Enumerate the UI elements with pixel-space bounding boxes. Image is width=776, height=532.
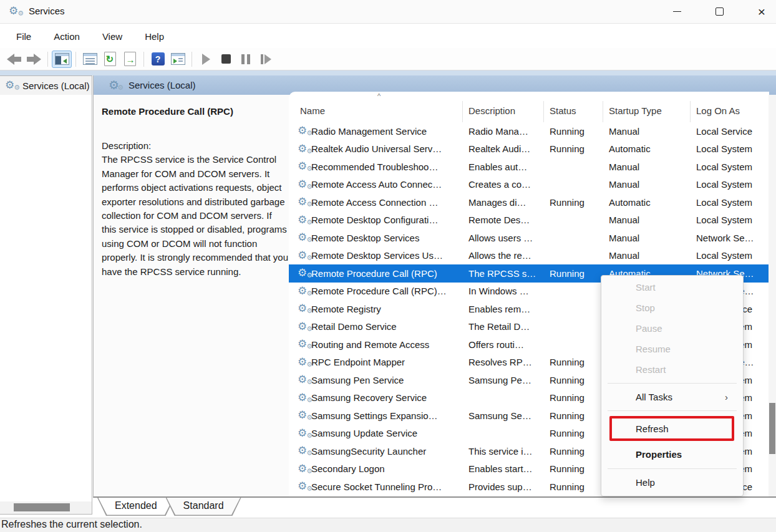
show-console-tree-button[interactable] [52,51,72,68]
extended-view-icon [171,53,185,65]
menu-help[interactable]: Help [136,28,173,45]
service-name: Secondary Logon [311,463,463,474]
service-name: Remote Access Connection … [311,197,463,208]
pause-icon [241,54,250,64]
service-status: Running [544,446,603,457]
column-header-description[interactable]: Description [463,101,544,122]
column-header-log-on-as[interactable]: Log On As [691,101,769,122]
back-button[interactable] [4,51,24,68]
context-menu-item-refresh[interactable]: Refresh [601,418,743,439]
vscroll-thumb[interactable] [769,403,775,454]
service-name: Remote Registry [311,304,463,314]
service-status: Running [544,375,603,385]
service-status: Running [544,428,603,438]
service-detail-pane: Remote Procedure Call (RPC) Description:… [94,95,289,496]
restart-icon [261,54,271,64]
service-gear-icon: ⚙⚙ [298,391,311,405]
table-row[interactable]: ⚙⚙Remote Desktop Services Us…Allows the … [289,247,769,265]
service-description: Manages di… [463,197,544,208]
service-status: Running [544,392,603,403]
table-row[interactable]: ⚙⚙Realtek Audio Universal Serv…Realtek A… [289,140,769,158]
maximize-button[interactable] [705,0,734,23]
console-tree-icon [55,53,69,65]
column-header-status[interactable]: Status [544,101,603,122]
toolbar-separator [143,52,144,67]
service-startup-type: Manual [603,215,691,225]
minimize-button[interactable] [662,0,691,23]
stop-service-button[interactable] [216,51,236,68]
service-name: Remote Desktop Services Us… [311,250,463,261]
service-startup-type: Automatic [603,143,691,154]
extended-view-button[interactable] [168,51,188,68]
service-log-on-as: Local System [691,143,769,154]
toolbar: ↻ → ? [0,48,776,70]
service-name: Remote Procedure Call (RPC) [311,268,463,279]
tree-horizontal-scrollbar[interactable] [0,501,92,514]
export-list-icon: → [124,52,136,66]
tree-root-services-local[interactable]: ⚙⚙ Services (Local) [0,76,92,95]
toolbar-separator [75,52,76,67]
table-row[interactable]: ⚙⚙Remote Access Auto Connec…Creates a co… [289,176,769,194]
context-menu-item-pause: Pause [601,318,743,339]
context-menu-item-help[interactable]: Help [601,472,743,493]
list-vertical-scrollbar[interactable] [769,95,776,496]
context-menu-item-properties[interactable]: Properties [601,443,743,465]
panel-header-gear-icon: ⚙⚙ [109,79,122,92]
table-row[interactable]: ⚙⚙Remote Desktop ServicesAllows users …M… [289,229,769,247]
table-row[interactable]: ⚙⚙Radio Management ServiceRadio Mana…Run… [289,122,769,140]
service-description: The Retail D… [463,321,544,332]
service-name: Realtek Audio Universal Serv… [311,143,463,154]
back-arrow-icon [7,54,21,65]
service-description: Offers routi… [463,339,544,350]
service-description: The RPCSS s… [463,268,544,279]
tree-hscroll-thumb[interactable] [14,503,70,511]
help-toolbar-button[interactable]: ? [148,51,168,68]
refresh-toolbar-button[interactable]: ↻ [100,51,120,68]
context-menu-item-all-tasks[interactable]: All Tasks› [601,387,743,407]
table-row[interactable]: ⚙⚙Recommended Troubleshoo…Enables aut…Ma… [289,158,769,176]
service-name: RPC Endpoint Mapper [311,357,463,367]
close-button[interactable]: × [747,0,776,23]
service-gear-icon: ⚙⚙ [298,284,311,298]
maximize-icon [715,7,724,16]
properties-toolbar-button[interactable] [80,51,100,68]
menu-action[interactable]: Action [45,28,89,45]
service-gear-icon: ⚙⚙ [298,320,311,334]
table-row[interactable]: ⚙⚙Remote Desktop Configurati…Remote Des…… [289,211,769,230]
service-startup-type: Manual [603,126,691,137]
service-gear-icon: ⚙⚙ [298,409,311,422]
service-gear-icon: ⚙⚙ [298,213,311,227]
title-bar: ⚙⚙ Services × [0,0,776,24]
window-title: Services [29,6,65,16]
service-gear-icon: ⚙⚙ [298,427,311,440]
table-row[interactable]: ⚙⚙Remote Access Connection …Manages di…R… [289,193,769,211]
context-menu: StartStopPauseResumeRestartAll Tasks›Ref… [601,275,744,496]
service-description: Provides sup… [463,481,544,492]
tab-extended[interactable]: Extended [97,498,175,516]
menu-view[interactable]: View [94,28,131,45]
pause-service-button[interactable] [236,51,256,68]
service-name: Remote Access Auto Connec… [311,179,463,190]
context-menu-item-start: Start [601,277,743,297]
restart-service-button[interactable] [256,51,276,68]
main-area-top-strip [0,70,776,75]
context-menu-item-restart: Restart [601,359,743,380]
service-description: This service i… [463,446,544,457]
column-header-name[interactable]: Name [289,101,463,122]
start-service-button[interactable] [196,51,216,68]
service-description: Enables aut… [463,162,544,172]
service-gear-icon: ⚙⚙ [298,337,311,351]
service-status: Running [544,143,603,154]
service-description: Creates a co… [463,179,544,190]
menu-file[interactable]: File [7,28,40,45]
export-list-button[interactable]: → [120,51,140,68]
panel-header-title: Services (Local) [129,80,196,90]
column-header-startup-type[interactable]: Startup Type [603,101,691,122]
service-description: Allows the re… [463,250,544,261]
services-node-icon: ⚙⚙ [5,79,19,92]
service-name: Routing and Remote Access [311,339,463,350]
description-text: The RPCSS service is the Service Control… [102,154,288,276]
service-name: Retail Demo Service [311,321,463,332]
tab-standard[interactable]: Standard [166,498,241,516]
forward-button[interactable] [24,51,44,68]
